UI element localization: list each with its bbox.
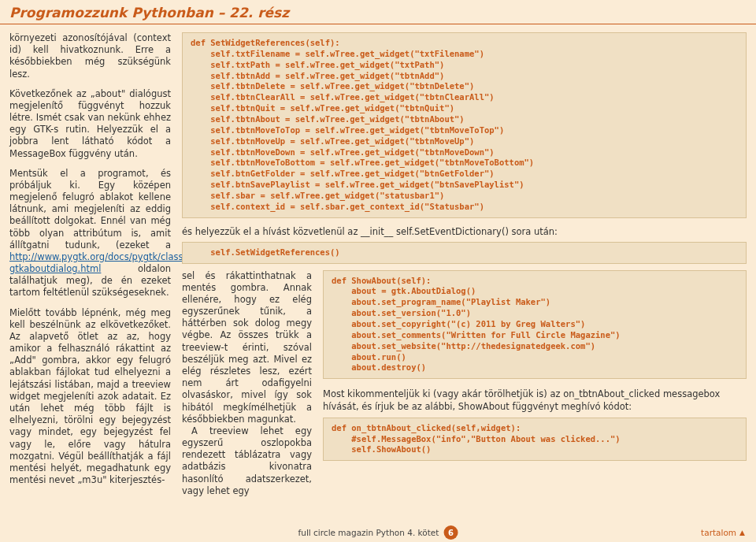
mid-para-1: sel és rákattinthatnak a mentés gombra. … bbox=[182, 270, 312, 425]
para-after-showabout: Most kikommenteljük ki (vagy akár törölh… bbox=[323, 388, 747, 412]
page-number-badge: 6 bbox=[443, 525, 458, 540]
footer-toc-label: tartalom bbox=[701, 528, 736, 537]
left-para-1: környezeti azonosítójával (context id) k… bbox=[9, 32, 171, 80]
left-para-3a: Mentsük el a programot, és próbáljuk ki.… bbox=[9, 168, 171, 251]
code-on-tbtnabout: def on_tbtnAbout_clicked(self,widget): #… bbox=[323, 418, 747, 462]
bridge-text: és helyezzük el a hívást közvetlenül az … bbox=[182, 226, 747, 237]
left-para-2: Következőnek az „about" dialógust megjel… bbox=[9, 88, 171, 160]
left-para-3: Mentsük el a programot, és próbáljuk ki.… bbox=[9, 168, 171, 299]
page-title: Programozzunk Pythonban – 22. rész bbox=[9, 5, 747, 20]
left-para-4: Mielőtt tovább lépnénk, még meg kell bes… bbox=[9, 307, 171, 487]
mid-para-2: A treeview lehet egy egyszerű oszlopokba… bbox=[182, 425, 312, 497]
footer-toc-link[interactable]: tartalom ▲ bbox=[701, 528, 745, 537]
page-content: környezeti azonosítójával (context id) k… bbox=[0, 24, 756, 497]
footer-center: full circle magazin Python 4. kötet 6 bbox=[298, 525, 458, 540]
lower-row: sel és rákattinthatnak a mentés gombra. … bbox=[182, 270, 747, 497]
right-area: def SetWidgetReferences(self): self.txtF… bbox=[182, 32, 747, 497]
middle-column: sel és rákattinthatnak a mentés gombra. … bbox=[182, 270, 312, 497]
chevron-up-icon: ▲ bbox=[739, 529, 745, 536]
page-footer: full circle magazin Python 4. kötet 6 ta… bbox=[0, 528, 756, 537]
page-header: Programozzunk Pythonban – 22. rész bbox=[0, 0, 756, 24]
code-setwidgetreferences: def SetWidgetReferences(self): self.txtF… bbox=[182, 32, 747, 218]
code-inline-call: self.SetWidgetReferences() bbox=[182, 242, 747, 264]
left-column: környezeti azonosítójával (context id) k… bbox=[9, 32, 171, 497]
code-showabout: def ShowAbout(self): about = gtk.AboutDi… bbox=[323, 270, 747, 380]
footer-magazine-label: full circle magazin Python 4. kötet bbox=[298, 528, 439, 537]
right-right-column: def ShowAbout(self): about = gtk.AboutDi… bbox=[323, 270, 747, 497]
